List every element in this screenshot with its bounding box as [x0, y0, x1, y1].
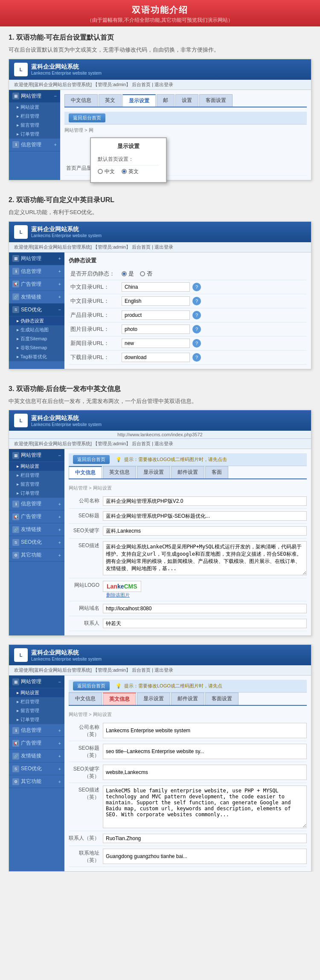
- tab-mail-1[interactable]: 邮: [157, 94, 175, 107]
- sidebar-item-other-3b[interactable]: ⚙ 其它功能 +: [9, 775, 64, 788]
- sidebar-sub-settings-1[interactable]: ▸ 网站设置: [9, 103, 60, 112]
- page-header: 双语功能介绍 （由于篇幅有限,不介绍全部功能,其它功能可预览我们演示网站）: [0, 0, 320, 26]
- url-help-product[interactable]: ?: [192, 311, 201, 319]
- sidebar-sub-column-1[interactable]: ▸ 栏目管理: [9, 112, 60, 121]
- sidebar-item-link-3b[interactable]: 🔗 友情链接 +: [9, 750, 64, 763]
- seo-title-input-3a[interactable]: [103, 511, 307, 521]
- url-input-china[interactable]: [122, 282, 190, 292]
- cms-panel-1: L 蓝科企业网站系统 Lankecms Enterprise website s…: [9, 59, 311, 180]
- popup-box-1: 显示设置 默认首页设置： 中文 英文: [90, 137, 167, 183]
- seo-kw-en-input[interactable]: [103, 765, 307, 780]
- tab-customer-3a[interactable]: 客面: [205, 466, 228, 478]
- sidebar-item-seo-3b[interactable]: S SEO优化 +: [9, 763, 64, 775]
- tab-mail-3a[interactable]: 邮件设置: [171, 466, 204, 478]
- url-help-photo[interactable]: ?: [192, 325, 201, 333]
- static-toggle-row: 是否开启伪静态： 是 否: [69, 268, 307, 280]
- company-row-address-en: 联系地址（英）: [69, 846, 307, 867]
- tab-customer-3b[interactable]: 客面设置: [205, 693, 239, 705]
- tab-chinese-info-1[interactable]: 中文信息: [64, 94, 98, 107]
- cms-panel-2: L 蓝科企业网站系统 Lankecms Enterprise website s…: [9, 221, 311, 369]
- radio-english-1[interactable]: 英文: [122, 168, 139, 175]
- tab-english-3b[interactable]: 英文信息: [103, 693, 136, 705]
- company-name-en-input[interactable]: [103, 723, 307, 738]
- address-en-input[interactable]: [103, 849, 307, 864]
- sidebar-item-website-2[interactable]: ▦ 网站管理 +: [9, 252, 64, 265]
- company-name-input-3a[interactable]: [103, 496, 307, 506]
- sidebar-item-seo-3a[interactable]: S SEO优化 +: [9, 536, 64, 549]
- sidebar-sub-message-3a[interactable]: ▸ 留言管理: [9, 480, 64, 489]
- sidebar-sub-settings-3b[interactable]: ▸ 网站设置: [9, 688, 64, 697]
- seo-desc-en-textarea[interactable]: LankeCMS blue family enterprise website,…: [103, 786, 307, 828]
- info-icon-3b: ℹ: [12, 727, 19, 734]
- sidebar-sub-column-3b[interactable]: ▸ 栏目管理: [9, 697, 64, 706]
- sidebar-sub-settings-3a[interactable]: ▸ 网站设置: [9, 462, 64, 471]
- tab-english-3a[interactable]: 英文信息: [103, 466, 136, 478]
- sidebar-sub-column-3a[interactable]: ▸ 栏目管理: [9, 471, 64, 480]
- radio-no[interactable]: 否: [140, 270, 152, 278]
- tab-display-3b[interactable]: 显示设置: [137, 693, 170, 705]
- url-input-download[interactable]: [122, 353, 190, 362]
- return-btn-1[interactable]: 返回后台首页: [69, 113, 105, 122]
- contact-en-input[interactable]: [103, 834, 307, 843]
- sidebar-item-ad-2[interactable]: 📢 广告管理 +: [9, 278, 64, 291]
- sidebar-sub-order-3a[interactable]: ▸ 订单管理: [9, 489, 64, 498]
- sidebar-sub-order-1[interactable]: ▸ 订单管理: [9, 130, 60, 139]
- tab-chinese-info-3a[interactable]: 中文信息: [69, 466, 102, 478]
- contact-input-3a[interactable]: [103, 619, 307, 628]
- tab-settings-1[interactable]: 设置: [175, 94, 198, 107]
- sidebar-item-link-3a[interactable]: 🔗 友情链接 +: [9, 523, 64, 536]
- sidebar-sub-order-3b[interactable]: ▸ 订单管理: [9, 715, 64, 724]
- tab-chinese-info-3b[interactable]: 中文信息: [69, 693, 102, 705]
- sidebar-item-info-2[interactable]: ℹ 信息管理 +: [9, 265, 64, 278]
- sidebar-item-ad-3a[interactable]: 📢 广告管理 +: [9, 510, 64, 523]
- sidebar-item-other-3a[interactable]: ⚙ 其它功能 +: [9, 549, 64, 562]
- cms-logo-sub-1: Lankecms Enterprise website system: [31, 71, 102, 75]
- seo-kw-input-3a[interactable]: [103, 526, 307, 536]
- sidebar-item-website-mgmt-1[interactable]: ▦ 网站管理 −: [9, 90, 60, 103]
- return-btn-3b[interactable]: 返回后台首页: [73, 681, 110, 690]
- sidebar-item-website-3b[interactable]: ▦ 网站管理 −: [9, 676, 64, 688]
- url-input-photo[interactable]: [122, 325, 190, 334]
- sidebar-sub-pseudo-static[interactable]: ▸ 伪静态设置: [9, 316, 64, 325]
- url-input-news[interactable]: [122, 339, 190, 348]
- url-help-english[interactable]: ?: [192, 297, 201, 305]
- sidebar-item-ad-3b[interactable]: 📢 广告管理 +: [9, 737, 64, 750]
- seo-title-en-input[interactable]: [103, 744, 307, 759]
- radio-yes[interactable]: 是: [122, 270, 134, 278]
- sidebar-sub-tag-optimize[interactable]: ▸ Tag标签优化: [9, 352, 64, 361]
- page-subtitle: （由于篇幅有限,不介绍全部功能,其它功能可预览我们演示网站）: [0, 17, 320, 24]
- sidebar-sub-message-1[interactable]: ▸ 留言管理: [9, 121, 60, 130]
- domain-input-3a[interactable]: [103, 604, 307, 613]
- url-help-china[interactable]: ?: [192, 283, 201, 291]
- tab-display-settings-1[interactable]: 显示设置: [122, 94, 156, 107]
- return-btn-3a[interactable]: 返回后台首页: [73, 455, 110, 464]
- section-1: 1. 双语功能-可在后台设置默认首页 可在后台设置默认首页为中文或英文，无需手动…: [0, 26, 320, 180]
- tab-display-3a[interactable]: 显示设置: [137, 466, 170, 478]
- sidebar-item-seo-2[interactable]: S SEO优化 −: [9, 304, 64, 316]
- sidebar-sub-baidu-sitemap[interactable]: ▸ 百度Sitemap: [9, 334, 64, 343]
- tab-customer-1[interactable]: 客面设置: [199, 94, 233, 107]
- grid-icon-3a: ▦: [12, 452, 19, 459]
- section-3-desc: 中英文信息可在后台统一发布，无需发布两次，一个后台管理中英双语信息。: [0, 397, 320, 410]
- notice-3b: 提示：需要修改LOGO或二维码图片时，请先点: [124, 683, 222, 689]
- sidebar-sub-google-sitemap[interactable]: ▸ 谷歌Sitemap: [9, 343, 64, 352]
- sidebar-item-info-3a[interactable]: ℹ 信息管理 +: [9, 498, 64, 510]
- seo-desc-textarea-3a[interactable]: 蓝科企业网站系统LankeCMS是采用PHP+MySQL模式运行开发的，架构清晰…: [103, 541, 307, 575]
- sidebar-sub-message-3b[interactable]: ▸ 留言管理: [9, 706, 64, 715]
- delete-logo-link-3a[interactable]: 删除该图片: [106, 592, 130, 597]
- url-input-product[interactable]: [122, 310, 190, 320]
- tab-english-1[interactable]: 英文: [99, 94, 122, 107]
- sidebar-item-website-3a[interactable]: ▦ 网站管理 −: [9, 449, 64, 462]
- sidebar-item-link-2[interactable]: 🔗 友情链接 +: [9, 291, 64, 304]
- url-help-news[interactable]: ?: [192, 339, 201, 348]
- ad-icon-3b: 📢: [12, 740, 19, 747]
- url-input-english[interactable]: [122, 296, 190, 306]
- cms-logo-text-2: 蓝科企业网站系统: [31, 226, 102, 233]
- sidebar-sub-sitemap[interactable]: ▸ 生成站点地图: [9, 325, 64, 334]
- sidebar-item-info-1[interactable]: ℹ 信息管理 +: [9, 139, 60, 151]
- radio-chinese-1[interactable]: 中文: [98, 168, 115, 175]
- company-form-3b: 公司名称（英） SEO标题（英） SEO关键字（英） SEO描述（英） Lank…: [69, 720, 307, 867]
- tab-mail-3b[interactable]: 邮件设置: [171, 693, 204, 705]
- sidebar-item-info-3b[interactable]: ℹ 信息管理 +: [9, 724, 64, 737]
- url-help-download[interactable]: ?: [192, 353, 201, 362]
